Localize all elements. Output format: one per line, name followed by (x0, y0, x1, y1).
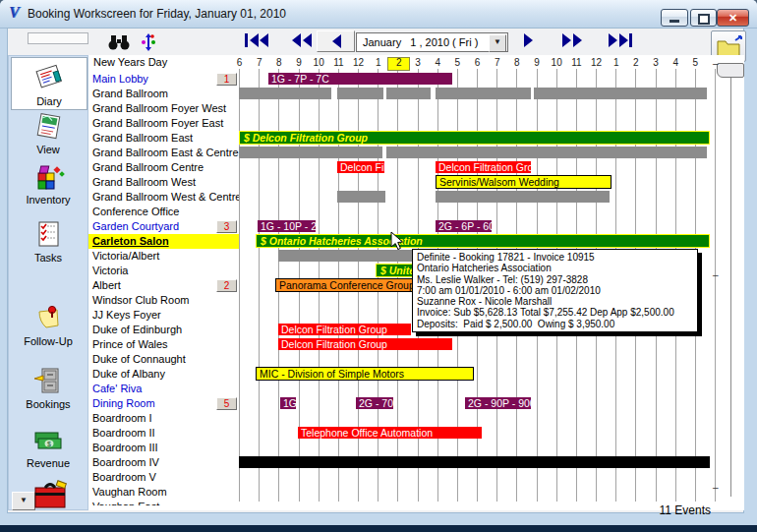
room-row[interactable]: Boardroom III (88, 441, 239, 455)
booking-bar[interactable]: 1G - 7P - 7C (268, 73, 452, 85)
sidebar-item-followup[interactable]: Follow-Up (11, 300, 86, 349)
hour-label: 11 (566, 57, 587, 69)
booking-count-badge[interactable]: 2 (216, 279, 237, 292)
booking-bar[interactable]: Delcon Filtration Group (278, 324, 411, 335)
move-compass-icon[interactable] (140, 32, 157, 52)
room-row[interactable]: Grand Ballroom Centre (88, 160, 239, 175)
room-list: Main Lobby1Grand BallroomGrand Ballroom … (88, 55, 239, 505)
room-row[interactable]: Duke of Albany (88, 367, 239, 382)
hour-label: 4 (666, 57, 686, 69)
booking-bar[interactable]: 2G - 90P - 900 (465, 397, 531, 409)
booking-bar[interactable]: 1G - 10P - 2 (258, 220, 316, 232)
booking-tooltip: Definite - Booking 17821 - Invoice 10915… (412, 249, 698, 332)
slider-tick: – (713, 58, 721, 69)
room-row[interactable]: Grand Ballroom (88, 87, 239, 101)
booking-bar[interactable]: 2G - 70 (356, 397, 393, 409)
sidebar-item-revenue[interactable]: $Revenue (11, 422, 86, 471)
room-row[interactable]: Duke of Connaught (88, 352, 239, 367)
sidebar-item-tasks[interactable]: Tasks (11, 216, 86, 266)
sidebar-item-inventory[interactable]: Inventory (11, 158, 86, 207)
booking-bar[interactable] (337, 88, 383, 99)
next-week-button[interactable] (561, 33, 584, 47)
prev-week-button[interactable] (291, 33, 314, 47)
title-bar[interactable]: V Booking Workscreen for Friday, January… (0, 0, 757, 29)
room-row[interactable]: Grand Ballroom Foyer East (88, 116, 239, 131)
booking-bar[interactable]: Delcon Filtration Group (278, 338, 452, 350)
followup-icon (30, 320, 66, 336)
booking-bar[interactable]: MIC - Division of Simple Motors (256, 367, 474, 381)
toolbox-icon[interactable] (33, 478, 69, 510)
sidebar-more-button[interactable]: ▼ (12, 492, 35, 510)
room-row[interactable]: Grand Ballroom East & Centre (88, 146, 239, 160)
room-row[interactable]: Vaughan Room (88, 485, 239, 500)
room-row[interactable]: Boardroom II (88, 426, 239, 441)
sidebar-item-view[interactable]: View (11, 108, 86, 157)
booking-count-badge[interactable]: 5 (216, 397, 237, 410)
minimize-button[interactable] (661, 9, 688, 27)
room-row[interactable]: Carleton Salon (88, 234, 239, 249)
room-row[interactable]: Boardroom V (88, 470, 239, 485)
hour-label: 8 (268, 57, 289, 69)
tooltip-line: 7:00 am 01/01/2010 - 6:00 am 01/02/2010 (417, 285, 693, 296)
close-button[interactable]: ✕ (717, 9, 749, 27)
find-binoculars-icon[interactable] (108, 34, 130, 50)
window-title: Booking Workscreen for Friday, January 0… (28, 7, 286, 21)
booking-bar[interactable] (239, 147, 382, 158)
booking-bar[interactable] (436, 88, 531, 99)
booking-bar[interactable] (534, 88, 707, 99)
room-row[interactable]: Grand Ballroom West & Centre (88, 190, 239, 205)
booking-count-badge[interactable]: 3 (216, 220, 237, 233)
room-row[interactable]: Victoria (88, 264, 239, 278)
hour-label: 12 (586, 57, 607, 69)
date-dropdown-button[interactable]: ▼ (489, 34, 506, 52)
booking-bar[interactable]: Telephone Office Automation (298, 427, 482, 439)
booking-bar[interactable]: Delcon Filtration Group (436, 161, 531, 173)
maximize-button[interactable] (690, 9, 717, 27)
last-day-button[interactable] (608, 33, 633, 47)
booking-bar[interactable] (386, 88, 431, 99)
room-row[interactable]: Cafe' Riva (88, 382, 239, 396)
hour-label: 5 (447, 57, 468, 69)
room-row[interactable]: Windsor Club Room (88, 293, 239, 308)
room-row[interactable]: JJ Keys Foyer (88, 308, 239, 323)
booking-bar[interactable] (386, 147, 707, 158)
booking-bar[interactable]: $ Delcon Filtration Group (239, 131, 710, 145)
booking-bar[interactable] (239, 88, 331, 99)
room-row[interactable]: Duke of Edinburgh (88, 323, 239, 337)
zoom-slider-track[interactable] (730, 76, 731, 497)
toolbar-grip[interactable] (28, 32, 88, 44)
svg-text:$: $ (47, 441, 51, 447)
booking-count-badge[interactable]: 1 (216, 73, 237, 86)
room-row[interactable]: Grand Ballroom West (88, 175, 239, 190)
booking-bar[interactable] (436, 191, 610, 203)
sidebar-item-label: Bookings (11, 398, 86, 410)
booking-bar[interactable] (239, 456, 710, 468)
booking-bar[interactable]: Servinis/Walsom Wedding (436, 175, 611, 189)
booking-bar[interactable]: 1G (280, 397, 296, 409)
date-selector[interactable]: January 1 , 2010 ( Fri ) ▼ (356, 32, 508, 52)
prev-day-button[interactable] (317, 30, 355, 52)
room-row[interactable]: Grand Ballroom Foyer West (88, 101, 239, 116)
hour-label: 3 (646, 57, 667, 69)
next-day-button[interactable] (523, 33, 534, 47)
room-row[interactable]: Victoria/Albert (88, 249, 239, 264)
room-row[interactable]: Grand Ballroom East (88, 131, 239, 146)
sidebar-item-label: Revenue (11, 457, 86, 469)
revenue-icon: $ (30, 442, 66, 458)
booking-bar[interactable]: 2G - 6P - 60 (436, 220, 492, 232)
sidebar-item-bookings[interactable]: Bookings (11, 363, 86, 412)
room-row[interactable]: Boardroom IV (88, 455, 239, 470)
first-day-button[interactable] (245, 33, 268, 47)
zoom-slider-handle[interactable] (717, 63, 744, 78)
room-row[interactable]: Vaughan East (88, 500, 239, 505)
booking-bar[interactable]: Delcon Filtration Group (337, 161, 384, 173)
room-row[interactable]: Conference Office (88, 205, 239, 219)
booking-bar[interactable] (337, 191, 385, 203)
room-row[interactable]: Prince of Wales (88, 337, 239, 352)
hour-label: 4 (428, 57, 448, 69)
booking-bar[interactable]: $ Ontario Hatcheries Association (256, 234, 710, 248)
sidebar-item-diary[interactable]: Diary (11, 57, 87, 110)
sidebar-item-label: Tasks (11, 252, 86, 264)
room-row[interactable]: Boardroom I (88, 411, 239, 426)
view-icon (30, 128, 66, 145)
